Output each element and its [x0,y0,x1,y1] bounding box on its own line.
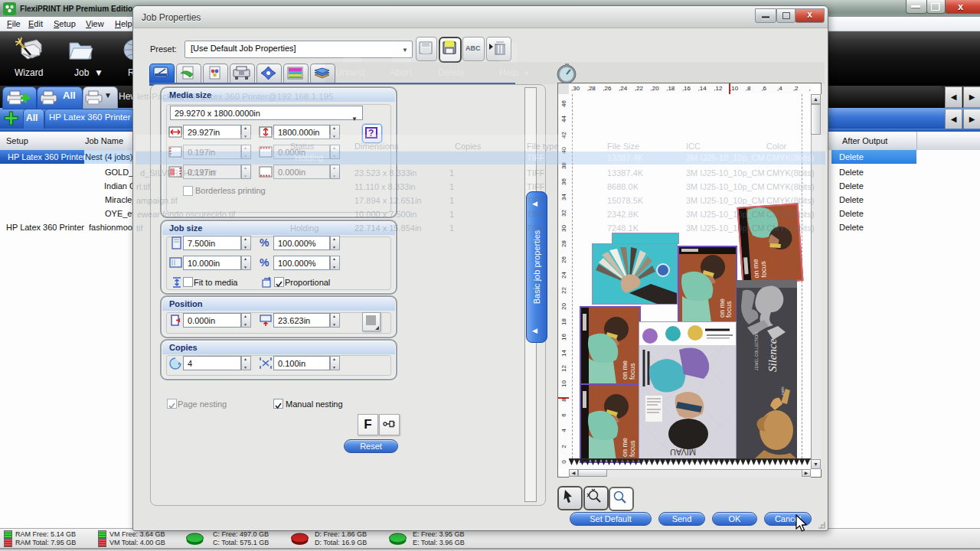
svg-text:on me: on me [621,360,629,380]
svg-text:MIVAU: MIVAU [670,448,696,457]
svg-text:on me: on me [718,298,726,318]
svg-text:focus: focus [629,363,636,380]
svg-text:focus: focus [760,260,769,278]
svg-text:?: ? [368,128,374,139]
svg-text:focus: focus [725,301,733,318]
svg-text:on me: on me [751,259,760,279]
svg-text:Silence: Silence [766,338,779,372]
svg-text:focus: focus [629,440,636,457]
svg-text:JEWEL COLLECTION: JEWEL COLLECTION [754,332,759,370]
svg-text:on me: on me [621,438,629,457]
